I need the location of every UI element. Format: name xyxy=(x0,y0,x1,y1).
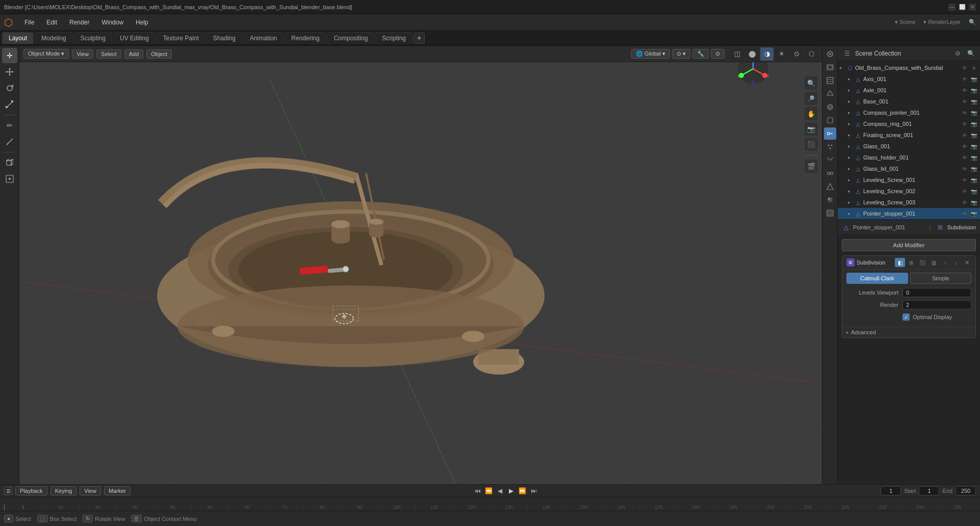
end-frame-input[interactable]: 250 xyxy=(956,486,976,495)
modifier-move-down[interactable]: ↓ xyxy=(951,258,961,267)
render-value[interactable]: 2 xyxy=(902,300,971,309)
outliner-compasspointer001[interactable]: ▸ △ Compass_pointer_001 👁📷 xyxy=(838,107,980,118)
tab-modeling[interactable]: Modeling xyxy=(35,32,73,44)
cam6-icon[interactable]: 📷 xyxy=(970,131,978,139)
viewport-shading-wireframe[interactable]: ◫ xyxy=(731,47,744,61)
outliner-fixscrew001[interactable]: ▸ △ Fixating_screw_001 👁📷 xyxy=(838,129,980,141)
view-menu[interactable]: View xyxy=(72,49,93,59)
physics-icon[interactable] xyxy=(824,154,836,166)
step-forward[interactable]: ⏩ xyxy=(518,486,528,496)
modifier-tab-1[interactable]: ⊞ xyxy=(906,258,916,267)
engine-selector[interactable]: ▾ Scene xyxy=(895,19,915,25)
add-workspace-button[interactable]: + xyxy=(414,33,425,44)
timeline-menu-icon[interactable]: ☰ xyxy=(4,487,12,495)
modifier-delete[interactable]: ✕ xyxy=(962,258,971,267)
viewport-shading-material[interactable]: ◑ xyxy=(760,47,773,61)
camera-view[interactable]: 📷 xyxy=(805,122,818,136)
outliner-glasslid001[interactable]: ▸ △ Glass_lid_001 👁📷 xyxy=(838,163,980,174)
cam2-icon[interactable]: 📷 xyxy=(970,86,978,94)
add-cube-tool[interactable] xyxy=(2,155,17,170)
tab-compositing[interactable]: Compositing xyxy=(327,32,375,44)
transform-tool[interactable] xyxy=(2,171,17,187)
expand-lvlscrew3[interactable]: ▸ xyxy=(848,200,853,205)
tab-layout[interactable]: Layout xyxy=(2,32,34,44)
tab-scripting[interactable]: Scripting xyxy=(375,32,412,44)
render-layer-selector[interactable]: ▾ RenderLayer xyxy=(923,19,961,25)
expand-glass[interactable]: ▸ xyxy=(848,144,853,149)
tab-animation[interactable]: Animation xyxy=(243,32,283,44)
object-menu[interactable]: Object xyxy=(146,49,172,59)
expand-glasslid[interactable]: ▸ xyxy=(848,166,853,171)
cam7-icon[interactable]: 📷 xyxy=(970,142,978,150)
cam4-icon[interactable]: 📷 xyxy=(970,109,978,117)
play-reverse[interactable]: ◀ xyxy=(495,486,505,496)
cam-icon[interactable]: 📷 xyxy=(970,75,978,83)
maximize-button[interactable]: ⬜ xyxy=(959,4,966,11)
eye6-icon[interactable]: 👁 xyxy=(961,131,969,139)
add-modifier-button[interactable]: Add Modifier xyxy=(842,239,976,251)
play[interactable]: ▶ xyxy=(506,486,517,496)
eye11-icon[interactable]: 👁 xyxy=(961,187,969,195)
outliner-axle001[interactable]: ▸ △ Axle_001 👁📷 xyxy=(838,85,980,96)
measure-tool[interactable] xyxy=(2,134,17,149)
eye2-icon[interactable]: 👁 xyxy=(961,86,969,94)
tab-uv-editing[interactable]: UV Editing xyxy=(113,32,156,44)
outliner-pointerstopper001[interactable]: ▸ △ Pointer_stopper_001 👁📷 xyxy=(838,208,980,219)
modifier-tab-3[interactable]: ▨ xyxy=(929,258,939,267)
eye10-icon[interactable]: 👁 xyxy=(961,176,969,184)
zoom-in[interactable]: 🔍 xyxy=(805,76,818,90)
simple-button[interactable]: Simple xyxy=(910,273,972,284)
tab-texture-paint[interactable]: Texture Paint xyxy=(157,32,205,44)
outliner-filter-icon[interactable]: ⚙ xyxy=(952,48,963,59)
outliner-compassring001[interactable]: ▸ △ Compass_ring_001 👁📷 xyxy=(838,118,980,129)
visibility-icon[interactable]: 👁 xyxy=(961,64,969,72)
render-props-icon[interactable] xyxy=(824,48,836,60)
expand-axis[interactable]: ▸ xyxy=(848,76,853,82)
eye8-icon[interactable]: 👁 xyxy=(961,153,969,162)
start-frame-input[interactable]: 1 xyxy=(919,486,939,495)
cam5-icon[interactable]: 📷 xyxy=(970,120,978,128)
eye5-icon[interactable]: 👁 xyxy=(961,120,969,128)
outliner-axis001[interactable]: ▸ △ Axis_001 👁📷 xyxy=(838,73,980,85)
expand-glassholder[interactable]: ▸ xyxy=(848,155,853,160)
move-tool[interactable] xyxy=(2,64,17,80)
constraints-icon[interactable] xyxy=(824,167,836,179)
expand-lvlscrew1[interactable]: ▸ xyxy=(848,177,853,182)
eye9-icon[interactable]: 👁 xyxy=(961,165,969,173)
pivot-selector[interactable]: ⊙ ▾ xyxy=(672,49,690,59)
ortho-view[interactable]: ⬛ xyxy=(805,138,818,151)
object-mode-selector[interactable]: Object Mode ▾ xyxy=(23,49,69,59)
menu-window[interactable]: Window xyxy=(97,18,127,27)
optimal-display-checkbox[interactable]: ✓ xyxy=(902,313,910,321)
tab-rendering[interactable]: Rendering xyxy=(285,32,326,44)
modifier-move-up[interactable]: ↑ xyxy=(941,258,950,267)
texture-icon[interactable] xyxy=(824,207,836,219)
expand-lvlscrew2[interactable]: ▸ xyxy=(848,189,853,194)
viewport-xray-toggle[interactable]: ⬡ xyxy=(805,47,818,61)
viewport-shading-rendered[interactable]: ☀ xyxy=(775,47,788,61)
scale-tool[interactable] xyxy=(2,97,17,112)
restrict-icon[interactable]: 🖱 xyxy=(970,64,978,72)
render-preview[interactable]: 🎬 xyxy=(805,160,818,173)
particles-icon[interactable] xyxy=(824,141,836,153)
modifier-tab-2[interactable]: ⬛ xyxy=(917,258,927,267)
proportional-toggle[interactable]: ⊙ xyxy=(711,49,725,59)
expand-compassptr[interactable]: ▸ xyxy=(848,110,853,115)
keying-menu[interactable]: Keying xyxy=(50,486,77,495)
expand-base[interactable]: ▸ xyxy=(848,99,853,104)
zoom-out[interactable]: 🔎 xyxy=(805,92,818,105)
jump-to-start[interactable]: ⏮ xyxy=(473,486,483,496)
material-icon[interactable] xyxy=(824,194,836,206)
step-back[interactable]: ⏪ xyxy=(484,486,494,496)
modifier-tab-0[interactable]: ◧ xyxy=(895,258,905,267)
menu-file[interactable]: File xyxy=(20,18,38,27)
cam8-icon[interactable]: 📷 xyxy=(970,153,978,162)
select-menu[interactable]: Select xyxy=(96,49,121,59)
object-data-icon[interactable] xyxy=(824,180,836,193)
output-props-icon[interactable] xyxy=(824,61,836,73)
outliner-levelscrew001[interactable]: ▸ △ Leveling_Screw_001 👁📷 xyxy=(838,174,980,186)
eye13-icon[interactable]: 👁 xyxy=(961,209,969,218)
object-props-icon[interactable] xyxy=(824,114,836,126)
expand-triangle[interactable]: ▸ xyxy=(840,65,845,70)
expand-pointerstopper[interactable]: ▸ xyxy=(848,211,853,216)
